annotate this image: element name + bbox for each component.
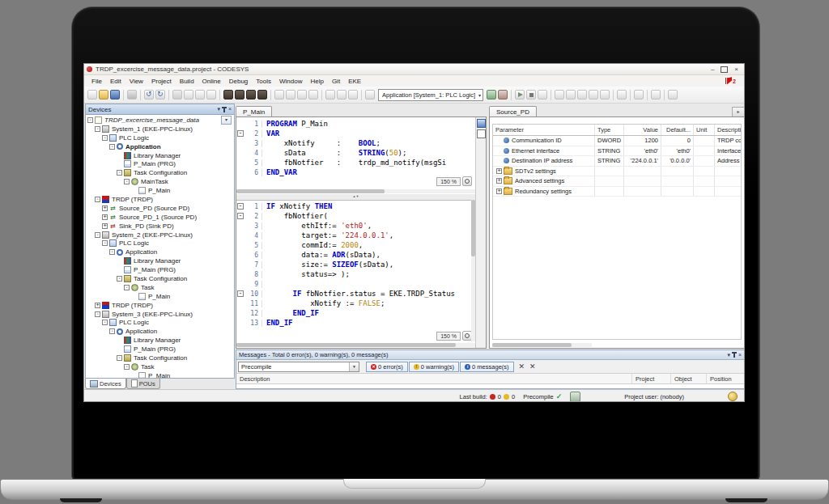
single-cycle-icon[interactable] bbox=[538, 90, 547, 100]
parameter-cell[interactable] bbox=[694, 187, 715, 197]
save-icon[interactable] bbox=[110, 90, 120, 100]
menu-debug[interactable]: Debug bbox=[225, 78, 253, 85]
fold-toggle-icon[interactable]: - bbox=[237, 130, 244, 137]
reset-icon[interactable] bbox=[600, 90, 610, 100]
tab-source-pd[interactable]: Source_PD bbox=[489, 106, 537, 116]
row-expander[interactable]: + bbox=[496, 168, 502, 174]
tab-p-main[interactable]: P_Main bbox=[236, 106, 272, 116]
code-line[interactable]: -10 IF fbNotfier.status = EKE.TRDP_Statu… bbox=[236, 289, 475, 299]
code-line[interactable]: -1IF xNotify THEN bbox=[236, 201, 475, 211]
code-line[interactable]: 7 size:= SIZEOF(sData), bbox=[236, 260, 475, 269]
compare-icon[interactable] bbox=[325, 90, 335, 100]
tree-expander[interactable]: - bbox=[87, 117, 93, 123]
tree-item[interactable]: +⇄Source_PD_1 (Source PD) bbox=[86, 213, 234, 222]
tree-item[interactable]: +TRDP (TRDP) bbox=[86, 301, 234, 310]
col-description[interactable]: Description bbox=[236, 374, 631, 383]
menu-build[interactable]: Build bbox=[176, 78, 198, 85]
parameter-row[interactable]: -Communication IDDWORD12000TRDP communic… bbox=[493, 136, 741, 146]
tree-item[interactable]: +⇄Sink_PD (Sink PD) bbox=[86, 222, 234, 231]
parameter-row[interactable]: -Ethernet interfaceSTRING'eth0''eth0'Int… bbox=[493, 146, 741, 157]
maximize-button[interactable] bbox=[721, 66, 728, 73]
parameter-cell[interactable]: 0 bbox=[661, 136, 694, 146]
login-icon[interactable] bbox=[487, 90, 496, 100]
tree-expander[interactable]: - bbox=[102, 240, 108, 246]
copy-icon[interactable] bbox=[184, 90, 193, 100]
parameter-cell[interactable]: Interface to the destination address. bbox=[715, 146, 741, 156]
parameter-cell[interactable] bbox=[624, 176, 661, 186]
tree-root-dropdown[interactable]: ▾ bbox=[221, 116, 232, 125]
code-line[interactable]: 5 commId:= 2000, bbox=[236, 240, 475, 250]
messages-toggle-button[interactable]: i 0 message(s) bbox=[460, 362, 513, 372]
parameter-cell[interactable] bbox=[595, 187, 624, 197]
parameter-cell[interactable]: 'eth0' bbox=[624, 146, 661, 156]
parameter-cell[interactable] bbox=[661, 187, 694, 197]
tree-item[interactable]: -Task Configuration bbox=[86, 354, 234, 362]
fold-toggle-icon[interactable]: - bbox=[237, 213, 244, 219]
tree-item[interactable]: -Task bbox=[86, 362, 234, 371]
build-icon[interactable] bbox=[365, 90, 375, 100]
delete-icon[interactable] bbox=[206, 90, 216, 100]
step-over-icon[interactable] bbox=[555, 90, 564, 100]
parameter-cell[interactable] bbox=[694, 136, 715, 146]
parameter-cell[interactable]: 'eth0' bbox=[661, 146, 694, 156]
col-position[interactable]: Position bbox=[706, 374, 744, 383]
cursor-tool-icon[interactable] bbox=[477, 119, 486, 128]
flow-control-icon[interactable] bbox=[634, 90, 644, 100]
find-replace-icon[interactable] bbox=[246, 90, 256, 100]
parameter-cell[interactable] bbox=[715, 176, 741, 186]
close-button[interactable]: × bbox=[734, 66, 738, 74]
col-type[interactable]: Type bbox=[595, 125, 624, 135]
errors-toggle-button[interactable]: ✕ 0 error(s) bbox=[366, 362, 408, 372]
menu-git[interactable]: Git bbox=[328, 78, 344, 85]
tree-expander[interactable]: - bbox=[102, 320, 108, 325]
col-parameter[interactable]: Parameter bbox=[493, 125, 595, 135]
force-values-icon[interactable] bbox=[651, 90, 661, 100]
implementation-editor[interactable]: -1IF xNotify THEN-2 fbNotfier(3 ethItf:=… bbox=[236, 200, 475, 348]
tree-item[interactable]: -System_1 (EKE-PPC-Linux) bbox=[86, 125, 234, 133]
tree-expander[interactable]: - bbox=[109, 328, 115, 334]
warnings-toggle-button[interactable]: ! 0 warning(s) bbox=[409, 362, 459, 372]
panel-dropdown-icon[interactable]: ▾ bbox=[727, 352, 730, 358]
tree-expander[interactable]: - bbox=[117, 276, 122, 282]
tree-expander[interactable]: - bbox=[109, 144, 115, 150]
code-line[interactable]: 8 status=> ); bbox=[236, 269, 475, 279]
panel-close-icon[interactable]: × bbox=[228, 106, 232, 112]
tree-expander[interactable]: - bbox=[124, 285, 130, 290]
parameter-row[interactable]: -Destination IP addressSTRING'224.0.0.1'… bbox=[493, 156, 741, 167]
implementation-vscrollbar[interactable] bbox=[471, 200, 475, 341]
parameter-cell[interactable]: '0.0.0.0' bbox=[661, 156, 694, 166]
tree-item[interactable]: -TRDP_excercise_message_data▾ bbox=[86, 116, 234, 125]
code-line[interactable]: 4 target:= '224.0.0.1', bbox=[236, 231, 475, 240]
panel-dropdown-icon[interactable]: ▾ bbox=[217, 106, 220, 112]
tree-item[interactable]: -P_Main (PRG) bbox=[86, 159, 234, 168]
parameter-cell[interactable]: '224.0.0.1' bbox=[624, 156, 661, 166]
run-to-cursor-icon[interactable] bbox=[589, 90, 598, 100]
tree-item[interactable]: -PLC Logic bbox=[86, 133, 234, 142]
tree-expander[interactable]: - bbox=[124, 179, 130, 184]
panel-close-icon[interactable]: × bbox=[738, 352, 742, 358]
paste-icon[interactable] bbox=[195, 90, 205, 100]
minimize-button[interactable]: – bbox=[711, 66, 714, 74]
find-icon[interactable] bbox=[223, 90, 233, 100]
code-line[interactable]: 5 fbNotfier : trdp_md_notify(msgSi bbox=[236, 158, 475, 167]
parameter-cell[interactable]: 1200 bbox=[624, 136, 661, 146]
col-value[interactable]: Value bbox=[624, 125, 661, 135]
open-file-icon[interactable] bbox=[99, 90, 108, 100]
code-line[interactable]: 3 ethItf:= 'eth0', bbox=[236, 221, 475, 231]
clear-messages-icon[interactable]: ✕ bbox=[519, 362, 525, 371]
code-line[interactable]: 13END_IF bbox=[236, 318, 475, 328]
tree-expander[interactable]: - bbox=[95, 126, 100, 132]
parameter-cell[interactable] bbox=[694, 156, 715, 166]
parameter-cell[interactable]: STRING bbox=[595, 156, 624, 166]
tree-item[interactable]: -Task Configuration bbox=[86, 274, 234, 283]
tree-item[interactable]: -Library Manager bbox=[86, 151, 234, 160]
parameter-cell[interactable]: DWORD bbox=[595, 136, 624, 146]
menu-online[interactable]: Online bbox=[198, 78, 225, 85]
parameter-cell[interactable] bbox=[624, 187, 661, 197]
code-line[interactable]: -2VAR bbox=[236, 129, 475, 138]
export-icon[interactable] bbox=[337, 90, 346, 100]
code-line[interactable]: -2 fbNotfier( bbox=[236, 211, 475, 221]
parameter-cell[interactable]: TRDP communication ID. Unique identifier… bbox=[715, 136, 741, 146]
tree-expander[interactable]: - bbox=[95, 197, 100, 202]
tree-item[interactable]: +⇄Source_PD (Source PD) bbox=[86, 204, 234, 213]
